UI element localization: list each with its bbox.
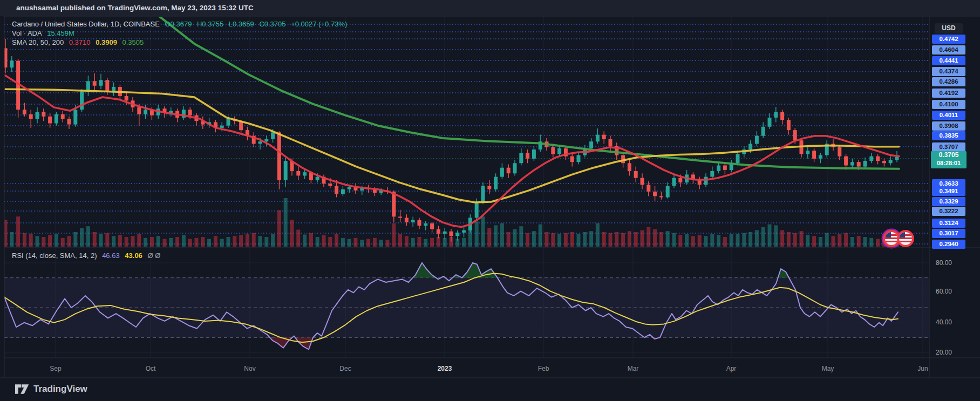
sma-label: SMA 20, 50, 200 bbox=[12, 38, 64, 46]
price-level-label: 0.4742 bbox=[932, 35, 965, 44]
rsi-ma-value: 43.06 bbox=[125, 252, 142, 260]
rsi-scale-label: 20.00 bbox=[936, 349, 952, 356]
ohlc-high: H0.3755 bbox=[197, 20, 223, 28]
price-level-label: 0.3124 bbox=[932, 219, 965, 228]
price-level-label: 0.3329 bbox=[932, 197, 965, 206]
volume-legend-row[interactable]: Vol · ADA 15.459M bbox=[12, 29, 78, 37]
price-level-label: 0.4100 bbox=[932, 100, 965, 109]
time-axis-label: May bbox=[822, 365, 834, 372]
time-axis-label: Apr bbox=[726, 365, 737, 372]
price-level-label: 0.3491 bbox=[932, 187, 965, 196]
price-level-label: 0.3908 bbox=[932, 121, 965, 131]
rsi-scale-label: 40.00 bbox=[936, 318, 952, 326]
volume-value: 15.459M bbox=[47, 29, 74, 37]
rsi-extra-values: Ø Ø bbox=[147, 252, 160, 260]
price-level-label: 0.3017 bbox=[932, 229, 965, 238]
price-level-label: 0.4192 bbox=[932, 89, 965, 98]
sma50-value: 0.3909 bbox=[96, 38, 117, 46]
time-axis-label: Mar bbox=[628, 365, 639, 372]
price-level-label: 0.4374 bbox=[932, 67, 965, 76]
rsi-scale-label: 80.00 bbox=[936, 259, 952, 267]
ohlc-low: L0.3659 bbox=[229, 20, 254, 28]
rsi-label: RSI (14, close, SMA, 14, 2) bbox=[12, 252, 97, 260]
price-level-label: 0.3835 bbox=[932, 131, 965, 140]
ohlc-open: O0.3679 bbox=[165, 20, 192, 28]
price-level-label: 0.4604 bbox=[932, 45, 965, 55]
price-level-label: 0.2940 bbox=[932, 240, 965, 249]
time-axis-label: Nov bbox=[244, 365, 255, 372]
symbol-title: Cardano / United States Dollar, 1D, COIN… bbox=[12, 20, 160, 28]
sma200-value: 0.3505 bbox=[122, 38, 144, 46]
tradingview-watermark[interactable]: TradingView bbox=[15, 383, 87, 395]
sma-legend-row[interactable]: SMA 20, 50, 200 0.3710 0.3909 0.3505 bbox=[12, 38, 147, 46]
price-level-label: 0.4286 bbox=[932, 77, 965, 86]
volume-label: Vol · ADA bbox=[12, 29, 42, 37]
tradingview-published-chart: anushsamal published on TradingView.com,… bbox=[0, 0, 980, 401]
symbol-legend-row[interactable]: Cardano / United States Dollar, 1D, COIN… bbox=[12, 20, 350, 28]
price-change: +0.0027 (+0.73%) bbox=[291, 20, 347, 28]
time-axis-label: Jun bbox=[917, 365, 928, 372]
current-price-label: 0.370508:28:01 bbox=[931, 151, 967, 168]
price-level-label: 0.4441 bbox=[932, 56, 965, 65]
chart-canvas[interactable] bbox=[0, 0, 980, 401]
rsi-value: 46.63 bbox=[102, 252, 120, 260]
time-axis-label: Dec bbox=[339, 365, 351, 372]
rsi-scale-label: 60.00 bbox=[936, 288, 952, 295]
current-price: 0.3705 bbox=[931, 151, 967, 159]
rsi-legend-row[interactable]: RSI (14, close, SMA, 14, 2) 46.63 43.06 … bbox=[12, 252, 164, 260]
tradingview-logo-icon bbox=[15, 383, 29, 395]
usd-flag-icons bbox=[882, 229, 913, 248]
time-axis-label: Sep bbox=[50, 365, 61, 372]
ohlc-close: C0.3705 bbox=[259, 20, 285, 28]
time-axis-label: Feb bbox=[538, 365, 549, 372]
tradingview-watermark-text: TradingView bbox=[33, 384, 87, 395]
time-axis-label: Oct bbox=[146, 365, 156, 372]
time-axis-label: 2023 bbox=[438, 365, 452, 372]
price-scale-currency-label[interactable]: USD bbox=[935, 23, 963, 33]
price-level-label: 0.3222 bbox=[932, 207, 965, 216]
current-price-time: 08:28:01 bbox=[931, 159, 967, 167]
sma20-value: 0.3710 bbox=[69, 38, 91, 46]
price-level-label: 0.4011 bbox=[932, 111, 965, 120]
price-level-label: 0.3707 bbox=[932, 142, 965, 152]
